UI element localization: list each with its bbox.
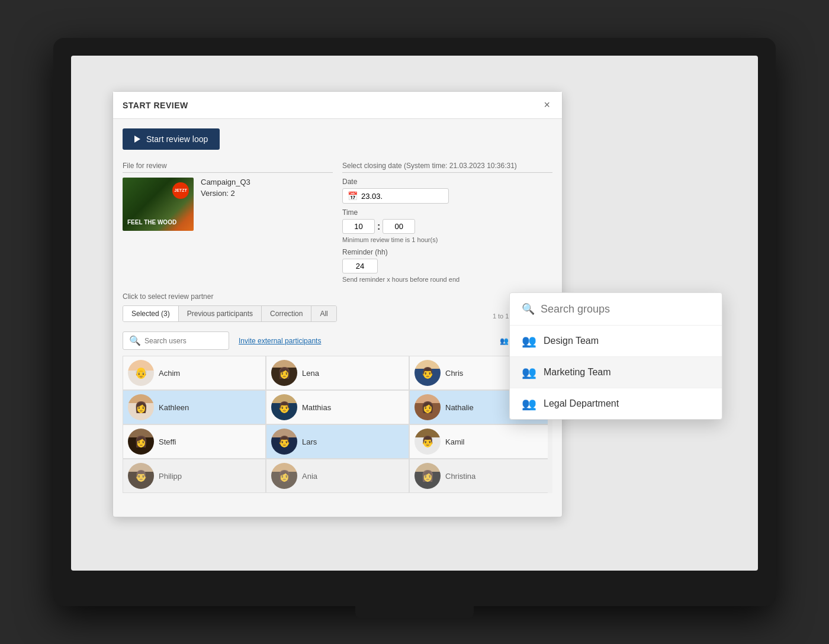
dialog-content: Start review loop File for review JETZT [113, 119, 562, 503]
time-minute-input[interactable] [383, 219, 415, 234]
date-section-label: Select closing date (System time: 21.03.… [342, 162, 552, 173]
user-name-philipp: Philipp [159, 472, 182, 481]
file-badge: JETZT [172, 182, 189, 199]
time-label: Time [342, 208, 552, 217]
group-icon-marketing: 👥 [522, 365, 536, 379]
file-preview: JETZT FeeL The WOOD Campaign_Q3 Version:… [123, 178, 333, 231]
min-review-hint: Minimum review time is 1 hour(s) [342, 236, 552, 243]
groups-search-bar: 🔍 [510, 293, 722, 326]
tab-previous[interactable]: Previous participants [179, 306, 262, 321]
create-group-icon: 👥 [500, 337, 509, 345]
tabs-and-count: Selected (3) Previous participants Corre… [123, 305, 552, 327]
avatar-kathleen: 👩 [128, 394, 154, 420]
group-label-design: Design Team [544, 336, 599, 346]
tab-selected[interactable]: Selected (3) [123, 306, 179, 321]
time-row: : [342, 219, 552, 234]
search-icon: 🔍 [129, 335, 141, 346]
file-section: File for review JETZT FeeL The WOOD [123, 162, 333, 283]
participants-section: Click to select review partner Selected … [123, 292, 552, 493]
group-item-design[interactable]: 👥 Design Team [510, 326, 722, 357]
tabs-row: Selected (3) Previous participants Corre… [123, 305, 337, 322]
monitor-frame: START REVIEW × Start review loop File fo… [53, 38, 776, 606]
start-review-label: Start review loop [146, 134, 208, 144]
play-icon [134, 136, 140, 143]
user-cell-achim[interactable]: 👴 Achim [123, 356, 265, 389]
date-label: Date [342, 178, 552, 186]
group-icon-legal: 👥 [522, 397, 536, 411]
reminder-hint: Send reminder x hours before round end [342, 276, 552, 283]
file-section-label: File for review [123, 162, 333, 173]
user-name-chris: Chris [445, 369, 463, 378]
file-info: Campaign_Q3 Version: 2 [201, 178, 250, 200]
avatar-matthias: 👨 [271, 394, 297, 420]
monitor-screen: START REVIEW × Start review loop File fo… [71, 56, 758, 571]
calendar-icon: 📅 [348, 191, 358, 201]
user-cell-ania[interactable]: 👩 Ania [266, 459, 409, 492]
dialog-box: START REVIEW × Start review loop File fo… [113, 91, 563, 517]
avatar-achim: 👴 [128, 360, 154, 386]
avatar-lars: 👨 [271, 429, 297, 455]
avatar-kamil: 👨 [415, 429, 441, 455]
avatar-lena: 👩 [271, 360, 297, 386]
search-bar: 🔍 Invite external participants 👥 Create … [123, 331, 552, 350]
user-name-lena: Lena [302, 369, 319, 378]
dialog-header: START REVIEW × [113, 92, 562, 119]
avatar-steffi: 👩 [128, 429, 154, 455]
groups-search-icon: 🔍 [522, 302, 535, 315]
time-hour-input[interactable] [342, 219, 375, 234]
reminder-label: Reminder (hh) [342, 248, 552, 256]
close-button[interactable]: × [541, 99, 552, 111]
avatar-christina: 👩 [415, 463, 441, 489]
invite-external-link[interactable]: Invite external participants [239, 337, 321, 345]
two-column-layout: File for review JETZT FeeL The WOOD [123, 162, 552, 283]
user-cell-kathleen[interactable]: 👩 Kathleen [123, 391, 265, 424]
groups-panel: 🔍 👥 Design Team 👥 Marketing Team 👥 Legal… [509, 292, 722, 420]
tab-correction[interactable]: Correction [262, 306, 311, 321]
group-item-marketing[interactable]: 👥 Marketing Team [510, 357, 722, 388]
reminder-input[interactable] [342, 259, 378, 273]
search-users-input[interactable] [144, 337, 223, 345]
users-grid-container: 👴 Achim 👩 Lena 👨 Chris [123, 356, 552, 493]
file-name: Campaign_Q3 [201, 178, 250, 186]
search-users-wrapper: 🔍 [123, 331, 229, 350]
user-name-kamil: Kamil [445, 437, 465, 446]
dialog-title: START REVIEW [123, 101, 188, 110]
user-name-christina: Christina [445, 472, 475, 481]
user-cell-steffi[interactable]: 👩 Steffi [123, 425, 265, 458]
groups-search-input[interactable] [541, 303, 710, 315]
user-name-kathleen: Kathleen [159, 403, 189, 412]
file-version: Version: 2 [201, 189, 250, 198]
user-cell-matthias[interactable]: 👨 Matthias [266, 391, 409, 424]
start-review-button[interactable]: Start review loop [123, 128, 220, 150]
file-thumbnail: JETZT FeeL The WOOD [123, 178, 194, 231]
user-name-achim: Achim [159, 369, 180, 378]
users-grid: 👴 Achim 👩 Lena 👨 Chris [123, 356, 552, 493]
user-name-matthias: Matthias [302, 403, 331, 412]
user-cell-christina[interactable]: 👩 Christina [410, 459, 552, 492]
group-icon-design: 👥 [522, 334, 536, 348]
monitor-stand [355, 606, 474, 618]
participants-label: Click to select review partner [123, 292, 552, 301]
group-label-legal: Legal Department [544, 398, 619, 409]
user-cell-philipp[interactable]: 👨 Philipp [123, 459, 265, 492]
tab-all[interactable]: All [311, 306, 336, 321]
group-item-legal[interactable]: 👥 Legal Department [510, 388, 722, 419]
user-name-lars: Lars [302, 437, 317, 446]
file-thumb-text: FeeL The WOOD [127, 218, 176, 226]
user-cell-lars[interactable]: 👨 Lars [266, 425, 409, 458]
avatar-nathalie: 👩 [415, 394, 441, 420]
group-label-marketing: Marketing Team [544, 367, 611, 378]
user-cell-lena[interactable]: 👩 Lena [266, 356, 409, 389]
user-cell-kamil[interactable]: 👨 Kamil [410, 425, 552, 458]
user-name-nathalie: Nathalie [445, 403, 474, 412]
time-colon: : [377, 221, 380, 232]
avatar-philipp: 👨 [128, 463, 154, 489]
date-time-section: Select closing date (System time: 21.03.… [342, 162, 552, 283]
date-input-wrapper: 📅 [342, 188, 449, 204]
user-name-steffi: Steffi [159, 437, 176, 446]
date-input[interactable] [361, 192, 444, 201]
avatar-ania: 👩 [271, 463, 297, 489]
user-name-ania: Ania [302, 472, 317, 481]
avatar-chris: 👨 [415, 360, 441, 386]
